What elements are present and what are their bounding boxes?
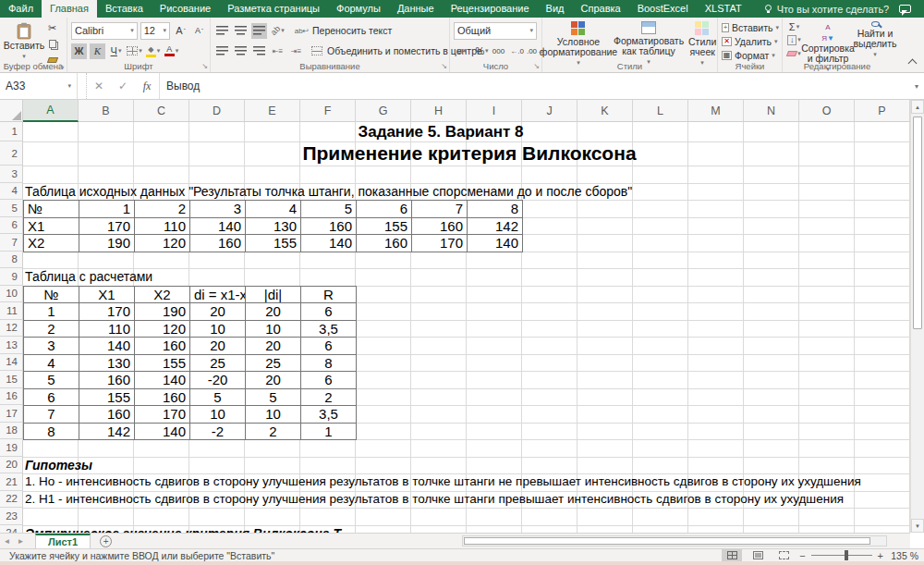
cell[interactable]: -2 — [190, 424, 246, 441]
align-top-button[interactable] — [214, 23, 230, 39]
cell[interactable]: 170 — [79, 303, 135, 321]
cell[interactable]: 1 — [301, 424, 357, 441]
cell[interactable]: 120 — [135, 235, 190, 252]
cell[interactable]: 7 — [24, 406, 79, 424]
cell[interactable]: X1 — [79, 287, 135, 304]
row-header-4[interactable]: 4 — [0, 183, 23, 201]
ribbon-tab-Рецензирование[interactable]: Рецензирование — [443, 0, 538, 18]
cell[interactable]: 6 — [24, 389, 79, 407]
row-header-19[interactable]: 19 — [0, 439, 23, 457]
row-header-24[interactable]: 24 — [0, 525, 23, 534]
column-header-O[interactable]: O — [799, 100, 855, 122]
column-header-J[interactable]: J — [522, 100, 578, 122]
sheet-text-row-4[interactable]: Таблица исходных данных "Результаты толч… — [25, 183, 632, 201]
scroll-down-icon[interactable]: ▼ — [911, 519, 924, 533]
sheet-text-row-24[interactable]: Эмпирическое значение критерия Вилкоксон… — [25, 525, 341, 534]
column-header-B[interactable]: B — [79, 100, 134, 122]
font-color-button[interactable]: А▾ — [164, 43, 179, 59]
ribbon-tab-Рисование[interactable]: Рисование — [152, 0, 219, 18]
comma-style-button[interactable]: 000 — [491, 43, 506, 59]
cell[interactable]: 10 — [246, 321, 301, 338]
cell[interactable]: X2 — [135, 287, 190, 304]
cell[interactable]: 190 — [79, 235, 135, 252]
select-all-button[interactable] — [0, 100, 23, 122]
ribbon-tab-Вид[interactable]: Вид — [538, 0, 573, 18]
cell[interactable]: 170 — [412, 235, 468, 252]
ribbon-tab-Разметка страницы[interactable]: Разметка страницы — [219, 0, 328, 18]
row-header-23[interactable]: 23 — [0, 508, 23, 525]
row-header-22[interactable]: 22 — [0, 491, 23, 509]
row-header-2[interactable]: 2 — [0, 141, 23, 166]
zoom-in-button[interactable]: + — [878, 550, 883, 561]
format-cells-button[interactable]: ▦Формат▾ — [722, 48, 779, 62]
cell[interactable]: 25 — [246, 355, 301, 373]
cell[interactable]: 160 — [412, 218, 468, 236]
wrap-text-button[interactable]: ab↩ — [294, 23, 310, 39]
orientation-button[interactable]: ab▾ — [270, 23, 286, 39]
italic-button[interactable]: К — [90, 43, 105, 59]
ribbon-tab-XLSTAT[interactable]: XLSTAT — [697, 0, 750, 18]
cell[interactable]: 160 — [79, 372, 135, 389]
cell[interactable]: 8 — [301, 355, 357, 373]
cell[interactable]: 3,5 — [301, 321, 357, 338]
row-header-20[interactable]: 20 — [0, 457, 23, 474]
column-header-I[interactable]: I — [467, 100, 522, 122]
sheet-text-row-2[interactable]: Применение критерия Вилкоксона — [302, 141, 636, 166]
cell[interactable]: 160 — [190, 235, 246, 252]
column-header-P[interactable]: P — [855, 100, 910, 122]
cell[interactable]: 4 — [246, 201, 301, 218]
cell[interactable]: 160 — [135, 338, 190, 355]
alignment-dialog-launcher[interactable]: ↘ — [441, 63, 447, 70]
decrease-indent-button[interactable]: ⇤≡ — [270, 43, 286, 59]
cell[interactable]: 142 — [468, 218, 523, 236]
font-name-select[interactable]: Calibri▾ — [71, 22, 138, 40]
collapse-ribbon-icon[interactable] — [908, 59, 918, 68]
cell[interactable]: 20 — [246, 338, 301, 355]
row-header-14[interactable]: 14 — [0, 354, 23, 372]
align-center-button[interactable] — [233, 43, 249, 59]
cell[interactable]: № — [24, 287, 79, 304]
cell[interactable]: 5 — [24, 372, 79, 389]
formula-bar-expand-icon[interactable]: ▾ — [909, 73, 924, 99]
zoom-out-button[interactable]: − — [799, 550, 805, 561]
cell[interactable]: 2 — [24, 321, 79, 338]
cell[interactable]: 3,5 — [301, 406, 357, 424]
view-page-break-button[interactable] — [773, 549, 794, 561]
cell[interactable]: 155 — [246, 235, 301, 252]
cell[interactable]: 20 — [190, 338, 246, 355]
column-header-M[interactable]: M — [688, 100, 744, 122]
enter-button[interactable]: ✓ — [111, 73, 135, 99]
cell[interactable]: 3 — [190, 201, 246, 218]
view-page-layout-button[interactable] — [748, 549, 768, 561]
formula-input[interactable]: Вывод — [159, 73, 909, 99]
ribbon-tab-Вставка[interactable]: Вставка — [97, 0, 152, 18]
clear-button[interactable]: ▾ — [786, 47, 802, 60]
column-header-K[interactable]: K — [578, 100, 633, 122]
row-header-9[interactable]: 9 — [0, 268, 23, 286]
cell[interactable]: 142 — [79, 424, 135, 441]
name-box[interactable]: A33 ▾ — [0, 73, 78, 99]
row-header-12[interactable]: 12 — [0, 320, 23, 338]
ribbon-tab-Главная[interactable]: Главная — [42, 0, 97, 18]
ribbon-tab-BoostExcel[interactable]: BoostExcel — [629, 0, 697, 18]
align-bottom-button[interactable] — [251, 23, 267, 39]
cell[interactable]: 6 — [301, 303, 357, 321]
row-header-18[interactable]: 18 — [0, 423, 23, 440]
row-header-21[interactable]: 21 — [0, 473, 23, 491]
cell[interactable]: 8 — [468, 201, 523, 218]
cell[interactable]: 1 — [24, 303, 79, 321]
number-format-select[interactable]: Общий▾ — [454, 22, 537, 40]
cell[interactable]: 160 — [79, 406, 135, 424]
tell-me-box[interactable]: Что вы хотите сделать? — [765, 0, 890, 18]
sheet-text-row-9[interactable]: Таблица с расчетами — [25, 268, 152, 286]
autosum-button[interactable]: Σ▾ — [786, 20, 802, 33]
cell[interactable]: 140 — [135, 372, 190, 389]
cell[interactable]: 110 — [79, 321, 135, 338]
cell[interactable]: 160 — [135, 389, 190, 407]
column-header-L[interactable]: L — [633, 100, 688, 122]
cell[interactable]: |di| — [246, 287, 301, 304]
accounting-format-button[interactable]: ¤▾ — [454, 43, 469, 59]
decrease-font-button[interactable]: Аˇ — [191, 23, 207, 39]
cell[interactable]: -20 — [190, 372, 246, 389]
cell[interactable]: 1 — [79, 201, 135, 218]
